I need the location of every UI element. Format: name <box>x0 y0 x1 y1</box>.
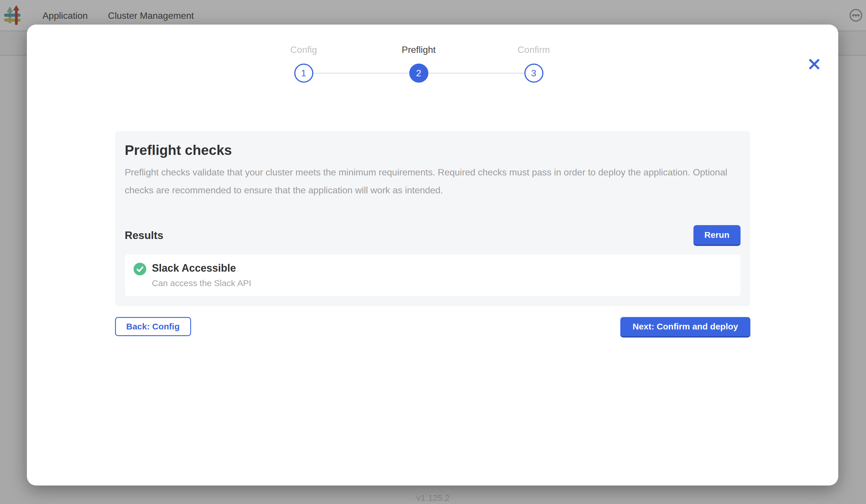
preflight-checks-card: Preflight checks Preflight checks valida… <box>115 131 751 306</box>
step-connector <box>313 72 409 74</box>
modal-actions: Back: Config Next: Confirm and deploy <box>115 317 751 337</box>
step-preflight: Preflight 2 <box>409 64 429 83</box>
step-config: Config 1 <box>294 64 313 83</box>
rerun-button[interactable]: Rerun <box>693 225 741 246</box>
card-description: Preflight checks validate that your clus… <box>125 163 741 199</box>
step-config-label: Config <box>290 45 317 55</box>
next-confirm-deploy-button[interactable]: Next: Confirm and deploy <box>620 317 750 337</box>
step-preflight-circle[interactable]: 2 <box>409 64 429 83</box>
results-bar: Results Rerun <box>125 225 741 246</box>
check-pass-icon <box>134 263 146 276</box>
step-confirm-circle[interactable]: 3 <box>524 64 543 83</box>
step-confirm: Confirm 3 <box>524 64 543 83</box>
check-detail: Can access the Slack API <box>152 278 252 288</box>
check-name: Slack Accessible <box>152 262 252 274</box>
preflight-modal: Config 1 Preflight 2 Confirm 3 Preflight… <box>27 24 838 485</box>
results-heading: Results <box>125 229 164 242</box>
check-texts: Slack Accessible Can access the Slack AP… <box>152 262 252 288</box>
back-config-button[interactable]: Back: Config <box>115 317 191 336</box>
wizard-stepper: Config 1 Preflight 2 Confirm 3 <box>294 64 543 83</box>
screen: Application Cluster Management v1.125.2 … <box>0 0 866 504</box>
step-connector <box>429 72 524 74</box>
step-config-circle[interactable]: 1 <box>294 64 313 83</box>
step-preflight-label: Preflight <box>402 45 436 55</box>
step-confirm-label: Confirm <box>518 45 550 55</box>
card-title: Preflight checks <box>125 142 741 158</box>
check-result-row: Slack Accessible Can access the Slack AP… <box>125 255 741 296</box>
close-icon[interactable] <box>808 57 821 71</box>
